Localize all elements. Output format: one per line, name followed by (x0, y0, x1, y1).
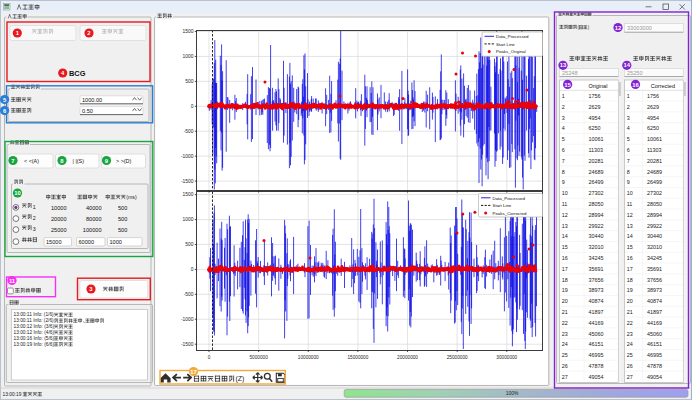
svg-text:41897: 41897 (647, 309, 662, 315)
svg-text:6250: 6250 (589, 125, 601, 131)
svg-text:16: 16 (562, 255, 568, 261)
svg-text:37656: 37656 (589, 277, 604, 283)
svg-text:9: 9 (627, 179, 630, 185)
svg-text:-1500: -1500 (181, 179, 194, 184)
svg-text:16: 16 (632, 82, 639, 88)
svg-text:> >(D): > >(D) (116, 158, 131, 164)
svg-text:18: 18 (562, 277, 568, 283)
svg-text:32010: 32010 (589, 244, 604, 250)
svg-text:1500: 1500 (183, 29, 194, 34)
svg-text:12: 12 (615, 25, 622, 31)
svg-text:28050: 28050 (589, 201, 604, 207)
svg-text:19: 19 (562, 287, 568, 293)
svg-text:8: 8 (562, 169, 565, 175)
svg-text:15000000: 15000000 (347, 355, 368, 360)
svg-text:Peaks_Original: Peaks_Original (496, 49, 526, 54)
svg-text:25: 25 (627, 352, 633, 358)
svg-text:7: 7 (627, 158, 630, 164)
svg-text:5: 5 (562, 136, 565, 142)
svg-text:-1000: -1000 (181, 154, 194, 159)
svg-text:0.50: 0.50 (82, 108, 93, 114)
svg-text:Original: Original (588, 83, 607, 89)
svg-text:30440: 30440 (647, 233, 662, 239)
svg-text:0: 0 (208, 355, 211, 360)
svg-text:22: 22 (562, 320, 568, 326)
svg-text:1500: 1500 (183, 192, 194, 197)
svg-text:19: 19 (627, 287, 633, 293)
svg-text:10000000: 10000000 (298, 355, 319, 360)
svg-text:5000000: 5000000 (250, 355, 269, 360)
svg-text:6250: 6250 (647, 125, 659, 131)
svg-text:< <(A): < <(A) (24, 158, 39, 164)
svg-text:11: 11 (9, 278, 16, 284)
svg-text:15: 15 (562, 244, 568, 250)
svg-text:4: 4 (562, 125, 565, 131)
svg-text:14: 14 (627, 233, 633, 239)
svg-text:20281: 20281 (647, 158, 662, 164)
svg-text:15: 15 (627, 244, 633, 250)
svg-text:20: 20 (562, 298, 568, 304)
svg-text:(Z): (Z) (236, 375, 245, 383)
svg-text:9: 9 (562, 179, 565, 185)
svg-text:20000: 20000 (51, 216, 67, 222)
svg-text:25250: 25250 (627, 70, 643, 76)
svg-text:-500: -500 (184, 129, 194, 134)
svg-text:38973: 38973 (589, 287, 604, 293)
svg-text:4: 4 (627, 125, 630, 131)
svg-text:3: 3 (562, 115, 565, 121)
svg-text:Start Line: Start Line (496, 42, 515, 47)
svg-text:500: 500 (118, 227, 127, 233)
svg-text:17: 17 (562, 266, 568, 272)
svg-text:0: 0 (191, 267, 194, 272)
svg-text:11: 11 (627, 201, 633, 207)
svg-text:| |(S): | |(S) (73, 158, 85, 164)
svg-text:30000000: 30000000 (496, 355, 517, 360)
svg-text:26: 26 (627, 363, 633, 369)
svg-text:25000: 25000 (51, 227, 67, 233)
svg-text:500: 500 (118, 216, 127, 222)
svg-text:13: 13 (560, 62, 567, 68)
svg-text:34245: 34245 (647, 255, 662, 261)
svg-text:29922: 29922 (647, 223, 662, 229)
svg-text:26499: 26499 (647, 179, 662, 185)
svg-text:13:00:12 Info: (3/6): 13:00:12 Info: (3/6) (14, 324, 55, 329)
svg-text:23: 23 (562, 331, 568, 337)
svg-text:Data_Processed: Data_Processed (493, 196, 526, 201)
svg-text:18: 18 (627, 277, 633, 283)
svg-text:(ms): (ms) (126, 194, 137, 200)
svg-text:13:00:11 Info: (2/6): 13:00:11 Info: (2/6) (14, 318, 55, 323)
svg-text:13: 13 (562, 223, 568, 229)
svg-text:46995: 46995 (589, 352, 604, 358)
svg-text:33003000: 33003000 (627, 25, 652, 31)
svg-text:8: 8 (627, 169, 630, 175)
svg-text:1: 1 (627, 93, 630, 99)
svg-text:17: 17 (627, 266, 633, 272)
svg-text:11303: 11303 (589, 147, 604, 153)
svg-text:2629: 2629 (647, 104, 659, 110)
svg-text:47878: 47878 (647, 363, 662, 369)
svg-text:BCG: BCG (69, 69, 86, 78)
svg-text:44169: 44169 (589, 320, 604, 326)
svg-text:35691: 35691 (589, 266, 604, 272)
svg-text:10: 10 (627, 190, 633, 196)
svg-text:37656: 37656 (647, 277, 662, 283)
svg-text:25000000: 25000000 (447, 355, 468, 360)
svg-text:3: 3 (33, 226, 36, 232)
svg-text:17: 17 (190, 369, 197, 375)
svg-text:2: 2 (33, 215, 36, 221)
svg-text:29922: 29922 (589, 223, 604, 229)
svg-text:1756: 1756 (647, 93, 659, 99)
svg-text:25248: 25248 (562, 70, 578, 76)
svg-text:24689: 24689 (589, 169, 604, 175)
svg-text:14: 14 (624, 62, 631, 68)
svg-text:6: 6 (627, 147, 630, 153)
svg-text:1000.00: 1000.00 (82, 97, 102, 103)
svg-text:Start Line: Start Line (493, 203, 512, 208)
svg-text:500: 500 (185, 79, 193, 84)
svg-text:27: 27 (627, 374, 633, 380)
svg-text:2: 2 (627, 104, 630, 110)
svg-text:15000: 15000 (46, 239, 62, 245)
svg-text:2: 2 (562, 104, 565, 110)
svg-text:35691: 35691 (647, 266, 662, 272)
svg-text:25: 25 (562, 352, 568, 358)
